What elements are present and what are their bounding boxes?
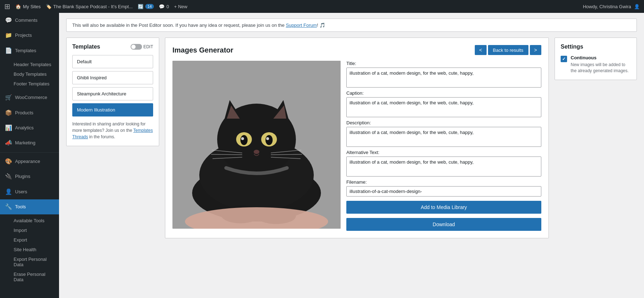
title-label: Title: xyxy=(346,61,541,66)
products-icon: 📦 xyxy=(5,109,12,117)
sidebar-item-plugins[interactable]: 🔌 Plugins xyxy=(0,169,59,184)
sidebar: 💬 Comments 📁 Projects 📄 Templates Header… xyxy=(0,13,59,298)
comments-icon: 💬 xyxy=(5,16,12,24)
toggle-label: EDIT xyxy=(143,44,153,49)
template-item-ghibli[interactable]: Ghibli Inspired xyxy=(72,71,153,84)
sidebar-item-appearance[interactable]: 🎨 Appearance xyxy=(0,154,59,169)
appearance-icon: 🎨 xyxy=(5,158,12,165)
house-icon: 🏠 xyxy=(15,4,21,9)
templates-icon: 📄 xyxy=(5,47,12,55)
continuous-checkbox[interactable] xyxy=(561,56,567,62)
updates-link[interactable]: 🔄 14 xyxy=(138,4,154,9)
content-row: Templates EDIT Default Ghibli Inspired S… xyxy=(66,38,637,238)
title-textarea[interactable]: illustration of a cat, modern design, fo… xyxy=(346,68,541,88)
prev-button[interactable]: < xyxy=(475,45,486,55)
description-textarea[interactable]: illustration of a cat, modern design, fo… xyxy=(346,127,541,147)
updates-icon: 🔄 xyxy=(138,4,143,9)
site-name-link[interactable]: 🏷️ The Blank Space Podcast - It's Empt..… xyxy=(46,4,133,9)
sidebar-item-header-templates[interactable]: Header Templates xyxy=(0,60,59,69)
comment-icon: 💬 xyxy=(159,4,165,9)
tools-submenu: Available Tools Import Export Site Healt… xyxy=(0,214,59,286)
sidebar-item-products[interactable]: 📦 Products xyxy=(0,105,59,120)
fields-panel: Title: illustration of a cat, modern des… xyxy=(346,61,541,231)
sidebar-item-available-tools[interactable]: Available Tools xyxy=(0,216,59,225)
filename-label: Filename: xyxy=(346,179,541,185)
title-field-group: Title: illustration of a cat, modern des… xyxy=(346,61,541,88)
settings-title: Settings xyxy=(561,44,631,50)
template-item-steampunk[interactable]: Steampunk Architecture xyxy=(72,87,153,100)
next-button[interactable]: > xyxy=(530,45,541,55)
back-to-results-button[interactable]: Back to results xyxy=(488,45,528,55)
sidebar-item-projects[interactable]: 📁 Projects xyxy=(0,28,59,43)
new-link[interactable]: + New xyxy=(174,4,187,9)
comments-count: 0 xyxy=(166,4,169,9)
user-greeting: Howdy, Christina Gwira xyxy=(583,4,631,9)
description-label: Description: xyxy=(346,120,541,125)
add-to-media-library-button[interactable]: Add to Media Library xyxy=(346,201,541,214)
sidebar-item-erase-personal-data[interactable]: Erase Personal Data xyxy=(0,269,59,284)
main-content: This will also be available in the Post … xyxy=(59,13,644,298)
continuous-label: Continuous xyxy=(571,55,631,60)
alt-label: Alternative Text: xyxy=(346,150,541,155)
caption-label: Caption: xyxy=(346,90,541,96)
site-icon: 🏷️ xyxy=(46,4,52,9)
info-text: This will also be available in the Post … xyxy=(72,23,286,28)
sidebar-item-site-health[interactable]: Site Health xyxy=(0,245,59,254)
music-icon: 🎵 xyxy=(319,23,325,28)
updates-badge: 14 xyxy=(145,4,154,9)
sidebar-item-users[interactable]: 👤 Users xyxy=(0,184,59,199)
template-item-default[interactable]: Default xyxy=(72,55,153,68)
sidebar-item-woocommerce[interactable]: 🛒 WooCommerce xyxy=(0,90,59,105)
templates-footer: Interested in sharing and/or looking for… xyxy=(72,121,153,140)
svg-line-19 xyxy=(211,154,242,155)
image-generator-panel: Images Generator < Back to results > xyxy=(165,38,549,238)
download-button[interactable]: Download xyxy=(346,218,541,231)
caption-field-group: Caption: illustration of a cat, modern d… xyxy=(346,90,541,117)
svg-point-11 xyxy=(265,135,273,145)
sidebar-item-footer-templates[interactable]: Footer Templates xyxy=(0,79,59,89)
top-bar: ⊞ 🏠 My Sites 🏷️ The Blank Space Podcast … xyxy=(0,0,644,13)
continuous-description: New images will be added to the already … xyxy=(571,62,631,74)
sidebar-item-comments[interactable]: 💬 Comments xyxy=(0,13,59,28)
nav-buttons: < Back to results > xyxy=(475,45,541,55)
image-content-row: Title: illustration of a cat, modern des… xyxy=(172,61,541,231)
tools-icon: 🔧 xyxy=(5,203,12,211)
analytics-icon: 📊 xyxy=(5,124,12,132)
woocommerce-icon: 🛒 xyxy=(5,94,12,101)
templates-panel-title: Templates xyxy=(72,44,100,50)
edit-toggle[interactable]: EDIT xyxy=(131,44,153,50)
image-gen-title: Images Generator xyxy=(172,46,233,54)
description-field-group: Description: illustration of a cat, mode… xyxy=(346,120,541,147)
plugins-icon: 🔌 xyxy=(5,173,12,180)
templates-submenu: Header Templates Body Templates Footer T… xyxy=(0,58,59,90)
my-sites-link[interactable]: 🏠 My Sites xyxy=(15,4,41,9)
projects-icon: 📁 xyxy=(5,31,12,39)
svg-line-22 xyxy=(271,154,302,155)
filename-field-group: Filename: xyxy=(346,179,541,197)
svg-point-12 xyxy=(241,137,244,140)
users-icon: 👤 xyxy=(5,188,12,196)
continuous-text: Continuous New images will be added to t… xyxy=(571,55,631,74)
template-item-modern[interactable]: Modern Illustration xyxy=(72,103,153,116)
comments-link[interactable]: 💬 0 xyxy=(159,4,169,9)
alt-field-group: Alternative Text: illustration of a cat,… xyxy=(346,150,541,177)
sidebar-item-import[interactable]: Import xyxy=(0,225,59,235)
settings-panel: Settings Continuous New images will be a… xyxy=(555,38,637,80)
alt-textarea[interactable]: illustration of a cat, modern design, fo… xyxy=(346,157,541,177)
sidebar-item-analytics[interactable]: 📊 Analytics xyxy=(0,120,59,135)
templates-panel: Templates EDIT Default Ghibli Inspired S… xyxy=(66,38,159,146)
sidebar-item-export-personal-data[interactable]: Export Personal Data xyxy=(0,254,59,269)
toggle-switch[interactable] xyxy=(131,44,142,50)
sidebar-item-body-templates[interactable]: Body Templates xyxy=(0,69,59,79)
generated-image xyxy=(172,61,341,229)
svg-point-14 xyxy=(254,150,259,154)
sidebar-item-marketing[interactable]: 📣 Marketing xyxy=(0,135,59,150)
wp-logo-icon[interactable]: ⊞ xyxy=(4,2,10,11)
sidebar-item-tools[interactable]: 🔧 Tools xyxy=(0,199,59,214)
filename-input[interactable] xyxy=(346,186,541,197)
sidebar-item-export[interactable]: Export xyxy=(0,235,59,245)
svg-point-13 xyxy=(266,137,269,140)
support-forum-link[interactable]: Support Forum xyxy=(286,23,317,28)
sidebar-item-templates[interactable]: 📄 Templates xyxy=(0,43,59,58)
caption-textarea[interactable]: illustration of a cat, modern design, fo… xyxy=(346,97,541,117)
